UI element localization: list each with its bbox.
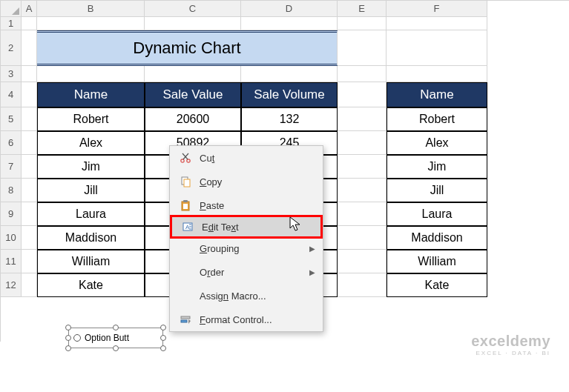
table-header-salevolume[interactable]: Sale Volume [241, 82, 338, 107]
paste-icon [176, 199, 195, 211]
resize-handle[interactable] [160, 345, 166, 351]
cell[interactable] [22, 202, 37, 226]
cell[interactable] [145, 66, 241, 82]
col-header-e[interactable]: E [338, 1, 387, 17]
cell-salevalue[interactable]: 20600 [145, 107, 241, 131]
table-header-salevalue[interactable]: Sale Value [145, 82, 241, 107]
cell-name2[interactable]: Laura [387, 202, 487, 226]
row-header-10[interactable]: 10 [1, 226, 22, 250]
cell-name[interactable]: Jill [37, 179, 145, 202]
cell-name2[interactable]: Kate [387, 273, 487, 297]
svg-rect-7 [183, 200, 188, 202]
cell[interactable] [338, 131, 387, 155]
row-header-3[interactable]: 3 [1, 66, 22, 82]
cell[interactable] [22, 17, 37, 30]
cell-name2[interactable]: William [387, 250, 487, 273]
cell[interactable] [22, 131, 37, 155]
cell[interactable] [387, 66, 487, 82]
select-all-corner[interactable] [1, 1, 22, 17]
cell[interactable] [338, 17, 387, 30]
cell[interactable] [338, 82, 387, 107]
col-header-b[interactable]: B [37, 1, 145, 17]
resize-handle[interactable] [160, 325, 166, 330]
cell[interactable] [241, 17, 338, 30]
row-header-7[interactable]: 7 [1, 155, 22, 179]
cell-name[interactable]: Laura [37, 202, 145, 226]
menu-edit-text[interactable]: A Edit Text [170, 215, 323, 239]
cell[interactable] [338, 250, 387, 273]
menu-label: Order [195, 267, 309, 278]
cell[interactable] [241, 66, 338, 82]
col-header-c[interactable]: C [145, 1, 241, 17]
row-header-8[interactable]: 8 [1, 179, 22, 202]
row-header-1[interactable]: 1 [1, 17, 22, 30]
row-header-4[interactable]: 4 [1, 82, 22, 107]
cell[interactable] [387, 30, 487, 66]
cell[interactable] [338, 179, 387, 202]
cell[interactable] [338, 202, 387, 226]
copy-icon [176, 176, 195, 187]
cell-name[interactable]: Jim [37, 155, 145, 179]
cell-name2[interactable]: Alex [387, 131, 487, 155]
table-header-name[interactable]: Name [37, 82, 145, 107]
menu-grouping[interactable]: Grouping ▶ [170, 236, 323, 260]
cell-name[interactable]: William [37, 250, 145, 273]
page-title[interactable]: Dynamic Chart [37, 30, 338, 66]
cell-name[interactable]: Kate [37, 273, 145, 297]
cell-name2[interactable]: Robert [387, 107, 487, 131]
col-header-f[interactable]: F [387, 1, 487, 17]
cell[interactable] [22, 226, 37, 250]
menu-paste[interactable]: Paste [170, 193, 323, 217]
cell[interactable] [22, 179, 37, 202]
menu-assign-macro[interactable]: Assign Macro... [170, 284, 323, 308]
svg-point-1 [187, 159, 190, 162]
cell-name2[interactable]: Jill [387, 179, 487, 202]
svg-rect-8 [183, 204, 188, 209]
option-button-control[interactable]: Option Butt [68, 328, 163, 348]
resize-handle[interactable] [65, 335, 71, 341]
cell[interactable] [22, 155, 37, 179]
cell-name[interactable]: Maddison [37, 226, 145, 250]
cell[interactable] [37, 66, 145, 82]
cell[interactable] [22, 82, 37, 107]
row-header-5[interactable]: 5 [1, 107, 22, 131]
cell-name[interactable]: Alex [37, 131, 145, 155]
menu-format-control[interactable]: Format Control... [170, 308, 323, 331]
cell[interactable] [338, 155, 387, 179]
menu-order[interactable]: Order ▶ [170, 260, 323, 284]
cell[interactable] [22, 66, 37, 82]
cell[interactable] [338, 107, 387, 131]
resize-handle[interactable] [65, 345, 71, 351]
cell[interactable] [145, 17, 241, 30]
cell[interactable] [338, 273, 387, 297]
resize-handle[interactable] [113, 325, 119, 330]
submenu-arrow-icon: ▶ [309, 245, 323, 253]
cell-name[interactable]: Robert [37, 107, 145, 131]
resize-handle[interactable] [65, 325, 71, 330]
row-header-12[interactable]: 12 [1, 273, 22, 297]
resize-handle[interactable] [160, 335, 166, 341]
cell[interactable] [338, 30, 387, 66]
row-header-6[interactable]: 6 [1, 131, 22, 155]
cell[interactable] [338, 66, 387, 82]
cell[interactable] [338, 226, 387, 250]
row-header-2[interactable]: 2 [1, 30, 22, 66]
cell-name2[interactable]: Maddison [387, 226, 487, 250]
col-header-d[interactable]: D [241, 1, 338, 17]
cell-salevolume[interactable]: 132 [241, 107, 338, 131]
table2-header-name[interactable]: Name [387, 82, 487, 107]
cell[interactable] [37, 17, 145, 30]
cell-name2[interactable]: Jim [387, 155, 487, 179]
resize-handle[interactable] [113, 345, 119, 351]
svg-point-0 [181, 159, 184, 162]
menu-copy[interactable]: Copy [170, 170, 323, 193]
cell[interactable] [22, 250, 37, 273]
cell[interactable] [387, 17, 487, 30]
col-header-a[interactable]: A [22, 1, 37, 17]
row-header-11[interactable]: 11 [1, 250, 22, 273]
cell[interactable] [22, 273, 37, 297]
row-header-9[interactable]: 9 [1, 202, 22, 226]
menu-cut[interactable]: Cut [170, 146, 323, 170]
cell[interactable] [22, 107, 37, 131]
cell[interactable] [22, 30, 37, 66]
